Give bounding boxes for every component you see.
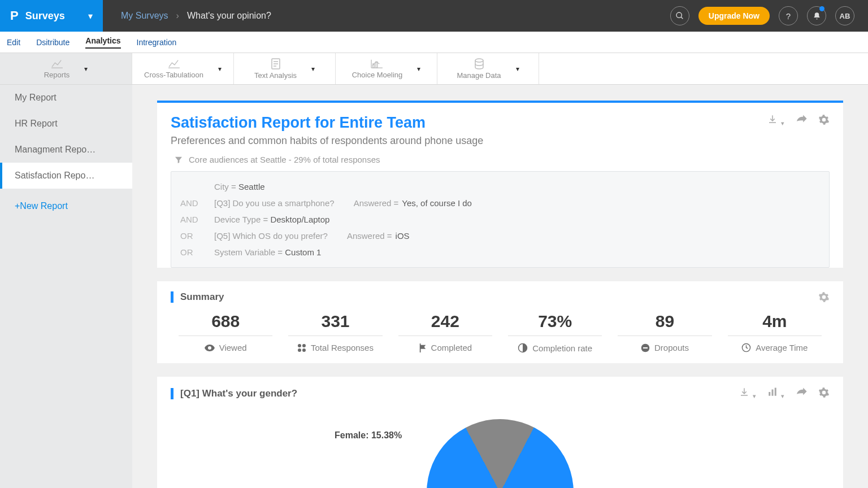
- summary-title: Summary: [180, 291, 224, 303]
- top-header: P Surveys ▾ My Surveys › What's your opi…: [0, 0, 868, 32]
- minus-circle-icon: [641, 343, 650, 352]
- settings-button[interactable]: [818, 114, 830, 127]
- breadcrumb-current: What's your opinion?: [187, 11, 271, 21]
- chevron-down-icon[interactable]: ▾: [781, 393, 784, 400]
- share-button[interactable]: [796, 114, 807, 127]
- help-button[interactable]: ?: [779, 6, 798, 25]
- new-report-button[interactable]: +New Report: [0, 193, 132, 219]
- download-button[interactable]: [767, 114, 778, 127]
- filter-op: AND: [180, 215, 201, 224]
- filter-row: OR System Variable = Custom 1: [180, 244, 820, 260]
- filter-key: Answered =: [354, 198, 399, 208]
- filter-row: City = Seattle: [180, 178, 820, 195]
- report-title: Satisfaction Report for Entire Team: [171, 114, 483, 132]
- toolbar-label: Choice Moeling: [352, 71, 403, 79]
- stat-responses: 331 Total Responses: [280, 312, 390, 353]
- tab-edit[interactable]: Edit: [7, 38, 20, 47]
- filter-val: iOS: [396, 231, 410, 241]
- tab-integration[interactable]: Intregration: [137, 38, 177, 47]
- chevron-down-icon[interactable]: ▾: [417, 65, 420, 73]
- stat-value: 242: [398, 312, 492, 336]
- chevron-down-icon[interactable]: ▾: [753, 393, 756, 400]
- sidebar-item-management-report[interactable]: Managment Repo…: [0, 137, 132, 163]
- filter-key: [Q5] Which OS do you prefer?: [214, 231, 328, 241]
- stat-label: Viewed: [219, 343, 247, 352]
- gear-icon: [818, 291, 830, 303]
- toolbar-choicemodeling[interactable]: Choice Moeling ▾: [336, 53, 437, 84]
- sidebar-item-hr-report[interactable]: HR Report: [0, 111, 132, 137]
- svg-point-12: [475, 59, 483, 62]
- brand-dropdown-icon[interactable]: ▾: [88, 11, 93, 21]
- settings-button[interactable]: [818, 387, 830, 400]
- sidebar: My Report HR Report Managment Repo… Sati…: [0, 85, 132, 488]
- tab-distribute[interactable]: Dsitribute: [36, 38, 70, 47]
- svg-line-1: [681, 17, 683, 19]
- chevron-down-icon[interactable]: ▾: [781, 120, 784, 127]
- notifications-button[interactable]: [807, 6, 826, 25]
- stat-label: Completion rate: [532, 343, 592, 353]
- svg-point-15: [302, 344, 306, 347]
- sidebar-item-satisfaction-report[interactable]: Satisfaction Repo…: [0, 163, 132, 189]
- document-icon: [271, 58, 281, 69]
- svg-point-14: [298, 344, 301, 347]
- chart-line-icon: [51, 59, 63, 69]
- toolbar-label: Manage Data: [457, 71, 501, 80]
- filter-summary-text: Core audiences at Seattle - 29% of total…: [189, 155, 380, 164]
- pie-graphic: [401, 393, 600, 488]
- chevron-down-icon[interactable]: ▾: [516, 65, 519, 73]
- gear-icon: [818, 114, 830, 125]
- filter-op: AND: [180, 198, 201, 208]
- svg-rect-23: [769, 392, 770, 396]
- toolbar-label: Text Analysis: [254, 71, 297, 80]
- toolbar-label: Reports: [44, 71, 70, 79]
- filter-summary: Core audiences at Seattle - 29% of total…: [174, 155, 830, 164]
- stat-viewed: 688 Viewed: [171, 312, 280, 353]
- toolbar-textanalysis[interactable]: Text Analysis ▾: [234, 53, 336, 84]
- report-subtitle: Preferences and common habits of respond…: [171, 135, 483, 147]
- flag-icon: [419, 343, 427, 352]
- share-icon: [796, 387, 807, 396]
- toolbar-reports[interactable]: Reports ▾: [0, 53, 132, 84]
- toolbar-crosstab[interactable]: Cross-Tabulatioon ▾: [132, 53, 234, 84]
- filter-row: OR [Q5] Which OS do you prefer? Answered…: [180, 228, 820, 244]
- svg-rect-20: [643, 347, 648, 348]
- filter-val: Seattle: [238, 182, 265, 191]
- svg-point-0: [676, 12, 682, 18]
- svg-rect-24: [772, 390, 774, 396]
- stat-value: 89: [618, 312, 711, 336]
- filter-op: [180, 182, 201, 191]
- filter-box: City = Seattle AND [Q3] Do you use a sma…: [171, 171, 830, 268]
- avatar[interactable]: AB: [835, 6, 854, 25]
- tab-analytics[interactable]: Analytics: [85, 36, 120, 49]
- stat-value: 331: [288, 312, 382, 336]
- chevron-down-icon[interactable]: ▾: [218, 65, 222, 73]
- chevron-down-icon[interactable]: ▾: [84, 65, 88, 73]
- stat-value: 688: [179, 312, 272, 336]
- clock-icon: [741, 343, 751, 352]
- download-icon: [767, 114, 778, 124]
- svg-rect-25: [775, 388, 776, 396]
- app-title: Surveys: [25, 10, 88, 22]
- content-area: Satisfaction Report for Entire Team Pref…: [132, 85, 868, 488]
- sidebar-item-my-report[interactable]: My Report: [0, 85, 132, 111]
- upgrade-button[interactable]: Upgrade Now: [698, 7, 770, 25]
- filter-key: City =: [214, 182, 236, 191]
- filter-val: Custom 1: [285, 247, 321, 257]
- download-button[interactable]: [739, 387, 749, 400]
- stat-completed: 242 Completed: [390, 312, 500, 353]
- toolbar-managedata[interactable]: Manage Data ▾: [437, 53, 539, 84]
- chevron-right-icon: ›: [176, 11, 179, 21]
- brand[interactable]: P Surveys ▾: [0, 0, 103, 32]
- svg-point-16: [298, 348, 301, 352]
- share-button[interactable]: [796, 387, 807, 400]
- filter-row: AND Device Type = Desktop/Laptop: [180, 211, 820, 228]
- stat-label: Completed: [431, 343, 472, 352]
- breadcrumb-root[interactable]: My Surveys: [121, 11, 168, 21]
- settings-button[interactable]: [818, 291, 830, 303]
- chart-bar-icon: [371, 59, 383, 69]
- search-button[interactable]: [670, 6, 689, 25]
- chart-type-button[interactable]: [767, 387, 778, 400]
- report-header-card: Satisfaction Report for Entire Team Pref…: [157, 101, 843, 268]
- summary-card: Summary 688 Viewed 331 Total Responses 2…: [157, 281, 843, 363]
- chevron-down-icon[interactable]: ▾: [311, 65, 315, 73]
